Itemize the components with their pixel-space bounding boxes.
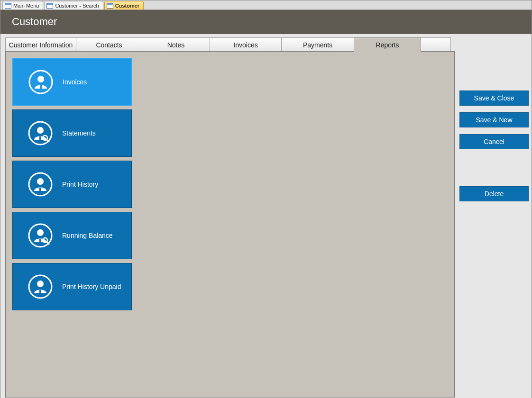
report-tile-label: Statements (62, 129, 96, 137)
doc-tab-main-menu[interactable]: Main Menu (2, 1, 43, 9)
form-title: Customer (12, 16, 57, 28)
tab-invoices[interactable]: Invoices (210, 37, 282, 52)
report-tile-label: Invoices (63, 78, 87, 86)
section-tab-strip: Customer Information Contacts Notes Invo… (5, 37, 455, 52)
person-icon (28, 69, 54, 95)
tab-payments[interactable]: Payments (281, 37, 354, 52)
svg-rect-5 (39, 136, 41, 140)
report-tile-print-history-unpaid[interactable]: Print History Unpaid (12, 263, 132, 310)
report-tile-label: Print History (62, 181, 98, 188)
form-body: Customer Information Contacts Notes Invo… (0, 34, 532, 398)
person-search-icon (27, 120, 54, 146)
doc-tab-customer[interactable]: Customer (104, 1, 144, 9)
person-icon (27, 273, 54, 300)
save-new-button[interactable]: Save & New (459, 112, 529, 127)
svg-point-17 (37, 280, 44, 287)
action-button-column: Save & Close Save & New Cancel Delete (459, 90, 529, 201)
report-tile-running-balance[interactable]: Running Balance (12, 212, 132, 259)
form-icon (5, 3, 11, 9)
report-tile-label: Print History Unpaid (62, 283, 121, 290)
doc-tab-customer-search[interactable]: Customer - Search (44, 1, 103, 9)
doc-tab-label: Customer - Search (55, 3, 99, 9)
doc-tab-label: Customer (115, 3, 139, 9)
person-icon (27, 171, 54, 198)
form-icon (46, 3, 53, 9)
person-search-icon (27, 222, 54, 249)
svg-point-9 (37, 178, 44, 185)
document-tab-strip: Main Menu Customer - Search Customer (0, 0, 532, 10)
svg-point-1 (37, 76, 44, 82)
report-tile-invoices[interactable]: Invoices (12, 58, 132, 106)
svg-point-4 (37, 127, 44, 134)
save-close-button[interactable]: Save & Close (459, 90, 529, 106)
svg-rect-13 (39, 239, 41, 243)
tab-contacts[interactable]: Contacts (76, 37, 142, 52)
report-tile-print-history[interactable]: Print History (12, 161, 132, 208)
content-area: Customer Information Contacts Notes Invo… (5, 37, 455, 398)
doc-tab-label: Main Menu (13, 3, 39, 9)
tab-notes[interactable]: Notes (142, 37, 210, 52)
reports-pane: Invoices Statements (5, 51, 455, 398)
report-tile-label: Running Balance (62, 232, 113, 239)
tab-customer-information[interactable]: Customer Information (5, 37, 76, 52)
delete-button[interactable]: Delete (459, 186, 529, 201)
svg-rect-18 (39, 290, 41, 294)
tab-blank[interactable] (421, 37, 451, 52)
cancel-button[interactable]: Cancel (459, 134, 529, 149)
form-header: Customer (0, 10, 532, 34)
tab-reports[interactable]: Reports (354, 37, 421, 52)
svg-rect-10 (39, 188, 41, 191)
form-icon (107, 3, 113, 9)
report-tile-statements[interactable]: Statements (12, 109, 132, 157)
svg-point-12 (37, 229, 44, 236)
app-window: Main Menu Customer - Search Customer Cus… (0, 0, 532, 398)
svg-rect-2 (40, 85, 42, 89)
